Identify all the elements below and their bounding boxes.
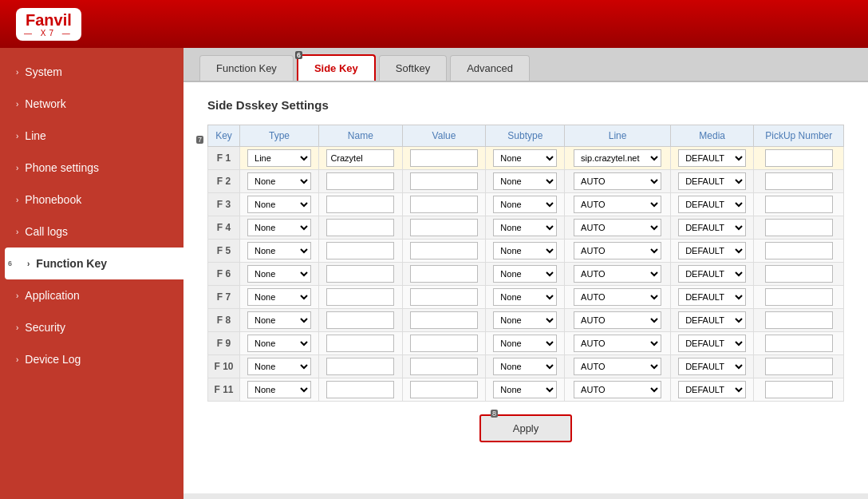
tab-softkey[interactable]: Softkey <box>379 55 447 81</box>
name-cell[interactable] <box>319 286 403 309</box>
media-select[interactable]: DEFAULTAudioVideo <box>678 196 746 213</box>
subtype-select[interactable]: None <box>493 358 557 375</box>
value-cell[interactable] <box>402 193 486 216</box>
line-cell[interactable]: AUTOsip.crazytel.net <box>565 355 670 378</box>
pickup-cell[interactable] <box>754 378 844 402</box>
value-cell[interactable] <box>402 263 486 286</box>
type-cell[interactable]: NoneLineSpeed DialBLFDTMFTransferHoldDND <box>240 378 319 402</box>
name-cell[interactable] <box>319 355 403 378</box>
value-cell[interactable] <box>402 355 486 378</box>
value-input[interactable] <box>410 381 478 398</box>
type-select[interactable]: NoneLineSpeed DialBLFDTMFTransferHoldDND <box>247 288 311 306</box>
subtype-cell[interactable]: None <box>486 286 565 309</box>
subtype-cell[interactable]: None <box>486 170 565 193</box>
value-cell[interactable] <box>402 147 486 170</box>
subtype-select[interactable]: None <box>493 335 557 352</box>
sidebar-item-security[interactable]: › Security <box>0 311 183 343</box>
type-select[interactable]: NoneLineSpeed DialBLFDTMFTransferHoldDND <box>247 196 311 213</box>
media-select[interactable]: DEFAULTAudioVideo <box>678 381 746 398</box>
media-cell[interactable]: DEFAULTAudioVideo <box>670 355 754 378</box>
media-select[interactable]: DEFAULTAudioVideo <box>678 311 746 329</box>
pickup-cell[interactable] <box>754 263 844 286</box>
sidebar-item-phonebook[interactable]: › Phonebook <box>0 184 183 216</box>
name-input[interactable] <box>326 335 394 352</box>
subtype-cell[interactable]: None <box>486 332 565 355</box>
media-select[interactable]: DEFAULTAudioVideo <box>678 335 746 352</box>
line-select[interactable]: AUTOsip.crazytel.net <box>574 265 661 283</box>
name-input[interactable] <box>326 219 394 236</box>
type-select[interactable]: NoneLineSpeed DialBLFDTMFTransferHoldDND <box>247 311 311 329</box>
pickup-input[interactable] <box>765 381 833 398</box>
sidebar-item-function-key[interactable]: 6 › Function Key <box>5 248 183 279</box>
subtype-cell[interactable]: None <box>486 216 565 240</box>
value-input[interactable] <box>410 219 478 236</box>
value-input[interactable] <box>410 311 478 329</box>
subtype-select[interactable]: None <box>493 311 557 329</box>
tab-side-key[interactable]: 6 Side Key <box>297 54 376 81</box>
line-select[interactable]: AUTOsip.crazytel.net <box>574 288 661 306</box>
line-select[interactable]: AUTOsip.crazytel.net <box>574 381 661 398</box>
value-cell[interactable] <box>402 170 486 193</box>
subtype-select[interactable]: None <box>493 242 557 259</box>
type-select[interactable]: NoneLineSpeed DialBLFDTMFTransferHoldDND <box>247 265 311 283</box>
type-select[interactable]: NoneLineSpeed DialBLFDTMFTransferHoldDND <box>247 172 311 190</box>
value-cell[interactable] <box>402 378 486 402</box>
pickup-input[interactable] <box>765 172 833 190</box>
subtype-select[interactable]: None <box>493 265 557 283</box>
pickup-cell[interactable] <box>754 355 844 378</box>
pickup-cell[interactable] <box>754 147 844 170</box>
line-cell[interactable]: AUTOsip.crazytel.net <box>565 240 670 263</box>
name-cell[interactable] <box>319 193 403 216</box>
name-cell[interactable] <box>319 309 403 332</box>
sidebar-item-network[interactable]: › Network <box>0 88 183 120</box>
name-cell[interactable] <box>319 170 403 193</box>
subtype-cell[interactable]: None <box>486 147 565 170</box>
subtype-cell[interactable]: None <box>486 309 565 332</box>
sidebar-item-line[interactable]: › Line <box>0 120 183 152</box>
value-cell[interactable] <box>402 309 486 332</box>
pickup-cell[interactable] <box>754 309 844 332</box>
line-select[interactable]: sip.crazytel.netAUTO <box>574 149 661 167</box>
subtype-cell[interactable]: None <box>486 193 565 216</box>
name-input[interactable] <box>326 358 394 375</box>
subtype-select[interactable]: None <box>493 196 557 213</box>
pickup-cell[interactable] <box>754 286 844 309</box>
line-cell[interactable]: AUTOsip.crazytel.net <box>565 193 670 216</box>
media-cell[interactable]: DEFAULTAudioVideo <box>670 309 754 332</box>
line-cell[interactable]: AUTOsip.crazytel.net <box>565 216 670 240</box>
sidebar-item-system[interactable]: › System <box>0 56 183 88</box>
name-input[interactable] <box>326 149 394 167</box>
pickup-input[interactable] <box>765 265 833 283</box>
name-input[interactable] <box>326 288 394 306</box>
pickup-cell[interactable] <box>754 240 844 263</box>
name-input[interactable] <box>326 381 394 398</box>
sidebar-item-device-log[interactable]: › Device Log <box>0 343 183 375</box>
media-select[interactable]: DEFAULTAudioVideo <box>678 242 746 259</box>
pickup-input[interactable] <box>765 335 833 352</box>
subtype-cell[interactable]: None <box>486 240 565 263</box>
value-input[interactable] <box>410 172 478 190</box>
media-cell[interactable]: DEFAULTAudioVideo <box>670 216 754 240</box>
media-cell[interactable]: DEFAULTAudioVideo <box>670 263 754 286</box>
value-cell[interactable] <box>402 240 486 263</box>
name-cell[interactable] <box>319 216 403 240</box>
line-cell[interactable]: AUTOsip.crazytel.net <box>565 332 670 355</box>
name-input[interactable] <box>326 265 394 283</box>
value-input[interactable] <box>410 242 478 259</box>
subtype-select[interactable]: None <box>493 288 557 306</box>
pickup-cell[interactable] <box>754 332 844 355</box>
type-cell[interactable]: NoneLineSpeed DialBLFDTMFTransferHoldDND <box>240 193 319 216</box>
pickup-input[interactable] <box>765 149 833 167</box>
name-cell[interactable] <box>319 240 403 263</box>
pickup-input[interactable] <box>765 219 833 236</box>
pickup-input[interactable] <box>765 196 833 213</box>
value-input[interactable] <box>410 265 478 283</box>
type-select[interactable]: NoneLineSpeed DialBLFDTMFTransferHoldDND <box>247 242 311 259</box>
tab-advanced[interactable]: Advanced <box>450 55 530 81</box>
type-select[interactable]: NoneLineSpeed DialBLFDTMFTransferHoldDND <box>247 358 311 375</box>
line-select[interactable]: AUTOsip.crazytel.net <box>574 358 661 375</box>
value-input[interactable] <box>410 196 478 213</box>
line-select[interactable]: AUTOsip.crazytel.net <box>574 219 661 236</box>
name-cell[interactable] <box>319 263 403 286</box>
line-select[interactable]: AUTOsip.crazytel.net <box>574 335 661 352</box>
